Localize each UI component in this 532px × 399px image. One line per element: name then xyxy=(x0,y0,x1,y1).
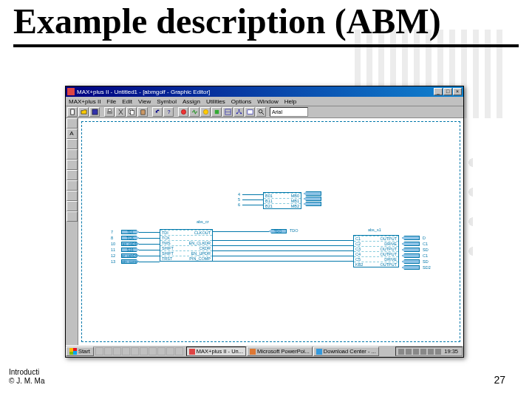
palette-line[interactable] xyxy=(66,139,78,149)
output-port xyxy=(402,236,420,240)
out-label: SD xyxy=(423,259,429,264)
slide-title: Example description (ABM) xyxy=(0,0,532,40)
palette-select[interactable] xyxy=(66,118,78,129)
palette-arc[interactable] xyxy=(66,149,78,160)
save-button[interactable] xyxy=(89,107,100,117)
task-maxplus[interactable]: MAX+plus II - Un... xyxy=(186,347,246,356)
top-block[interactable]: B01MB0 B11MB1 B21MB2 xyxy=(263,192,301,209)
tray-icon[interactable] xyxy=(413,349,419,355)
ql-app-icon[interactable] xyxy=(140,347,148,355)
tray-icon[interactable] xyxy=(420,349,426,355)
output-port xyxy=(402,248,420,252)
wire xyxy=(139,244,160,245)
output-port xyxy=(304,197,321,201)
block-label: abs_s1 xyxy=(368,228,381,232)
task-icon xyxy=(250,349,256,355)
out-label: SD xyxy=(423,248,429,252)
ql-app-icon[interactable] xyxy=(175,347,183,355)
close-button[interactable]: × xyxy=(453,88,462,95)
pin-num: 12 xyxy=(111,253,115,258)
wire xyxy=(213,250,353,251)
ql-app-icon[interactable] xyxy=(157,347,166,355)
ql-app-icon[interactable] xyxy=(149,347,157,355)
tray-icon[interactable] xyxy=(428,349,434,355)
simulate-button[interactable] xyxy=(189,107,200,117)
menu-assign[interactable]: Assign xyxy=(183,98,200,105)
window-title: MAX+plus II - Untitled1 - [abmgolf - Gra… xyxy=(77,89,434,95)
task-powerpoint[interactable]: Microsoft PowerPoi... xyxy=(247,347,313,356)
minimize-button[interactable]: _ xyxy=(434,88,443,95)
cut-button[interactable] xyxy=(115,107,126,117)
palette-grid[interactable] xyxy=(66,201,78,211)
wire xyxy=(213,240,353,241)
svg-point-8 xyxy=(181,109,185,114)
menubar: MAX+plus II File Edit View Symbol Assign… xyxy=(66,97,463,106)
titlebar[interactable]: MAX+plus II - Untitled1 - [abmgolf - Gra… xyxy=(66,86,463,97)
ql-outlook-icon[interactable] xyxy=(113,347,121,355)
menu-window[interactable]: Window xyxy=(257,98,278,105)
input-port: en_ckDR xyxy=(121,242,139,246)
zoom-button[interactable] xyxy=(256,107,266,117)
help-button[interactable]: ? xyxy=(163,107,174,117)
pin-num: 7 xyxy=(111,230,113,234)
program-button[interactable] xyxy=(211,107,222,117)
tdo-label: TDO xyxy=(290,228,299,233)
palette-zoom-in[interactable] xyxy=(66,170,78,180)
palette-rubber[interactable] xyxy=(66,211,78,222)
palette-text[interactable]: A xyxy=(66,129,78,139)
palette-circle[interactable] xyxy=(66,160,78,170)
pin-num: 5 xyxy=(238,197,240,202)
wire xyxy=(139,250,160,250)
start-button[interactable]: Start xyxy=(66,347,94,356)
font-combo[interactable]: Arial xyxy=(270,107,308,117)
toolbar: ? Arial xyxy=(66,106,463,118)
menu-file[interactable]: File xyxy=(106,98,116,105)
maximize-button[interactable]: □ xyxy=(443,88,452,95)
output-port xyxy=(304,202,321,206)
compile-button[interactable] xyxy=(178,107,188,117)
svg-point-17 xyxy=(259,109,262,113)
menu-options[interactable]: Options xyxy=(231,98,252,105)
tray-icon[interactable] xyxy=(406,349,412,355)
menu-help[interactable]: Help xyxy=(284,98,296,105)
ql-app-icon[interactable] xyxy=(122,347,130,355)
task-browser[interactable]: Download Center - ... xyxy=(313,347,379,356)
svg-text:?: ? xyxy=(167,109,170,115)
clock[interactable]: 19:35 xyxy=(443,348,460,355)
svg-point-15 xyxy=(240,112,242,114)
menu-symbol[interactable]: Symbol xyxy=(157,98,177,105)
left-block[interactable]: TDICLKOUT TCK TMSEN_CLKDR SHIFTCKDR SHIF… xyxy=(160,229,213,262)
timing-button[interactable] xyxy=(200,107,211,117)
palette-zoom-fit[interactable] xyxy=(66,191,78,201)
new-button[interactable] xyxy=(67,107,78,117)
svg-rect-3 xyxy=(108,109,111,112)
system-tray[interactable]: 19:35 xyxy=(395,347,463,356)
ql-ie-icon[interactable] xyxy=(95,347,103,355)
palette-zoom-out[interactable] xyxy=(66,180,78,191)
statusbar: Start MAX+plus II - Un... Microsoft Powe… xyxy=(66,345,463,357)
tray-icon[interactable] xyxy=(398,349,404,355)
svg-point-14 xyxy=(236,112,237,114)
tray-icon[interactable] xyxy=(435,349,441,355)
messages-button[interactable] xyxy=(245,107,255,117)
open-button[interactable] xyxy=(78,107,89,117)
right-block[interactable]: C1OUTPUT C2DRIVE C3OUTPUT C4OUTPUT C5DRI… xyxy=(353,235,399,267)
svg-rect-16 xyxy=(247,110,252,114)
wire xyxy=(213,256,353,256)
menu-view[interactable]: View xyxy=(138,98,151,105)
menu-edit[interactable]: Edit xyxy=(122,98,132,105)
hierarchy-button[interactable] xyxy=(233,107,244,117)
print-button[interactable] xyxy=(104,107,115,117)
input-port: TCK xyxy=(121,236,139,240)
menu-utilities[interactable]: Utilities xyxy=(206,98,225,105)
output-port xyxy=(402,265,420,270)
paste-button[interactable] xyxy=(137,107,148,117)
floorplan-button[interactable] xyxy=(222,107,233,117)
copy-button[interactable] xyxy=(126,107,137,117)
ql-app-icon[interactable] xyxy=(131,347,139,355)
schematic-canvas[interactable]: B01MB0 B11MB1 B21MB2 4 5 6 abs_cr TDIC xyxy=(78,118,463,345)
menu-maxplus[interactable]: MAX+plus II xyxy=(69,98,100,105)
ql-desktop-icon[interactable] xyxy=(104,347,112,355)
undo-button[interactable] xyxy=(152,107,163,117)
ql-app-icon[interactable] xyxy=(166,347,174,355)
